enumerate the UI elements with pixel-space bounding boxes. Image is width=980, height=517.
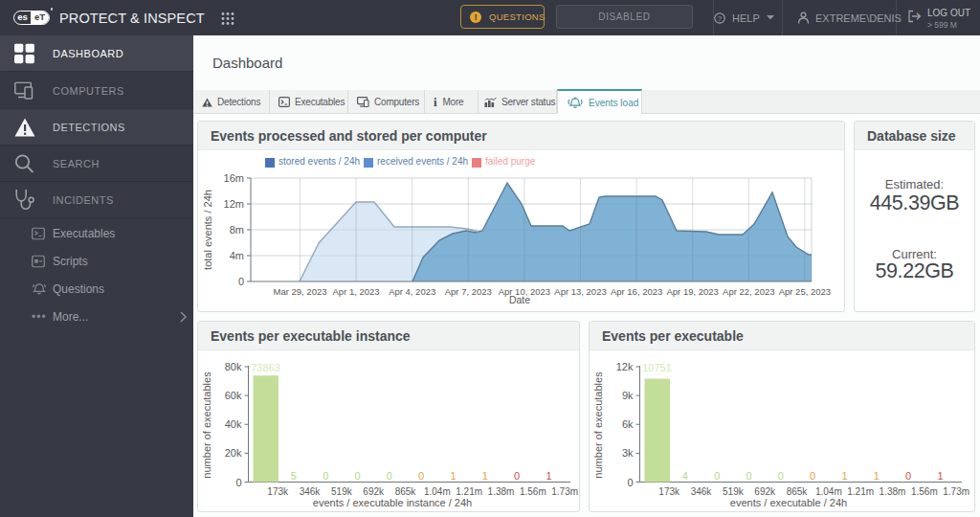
svg-text:1: 1 <box>546 470 551 482</box>
svg-text:1: 1 <box>937 470 943 482</box>
svg-text:5: 5 <box>291 470 297 482</box>
svg-text:Apr 13, 2023: Apr 13, 2023 <box>554 286 606 297</box>
svg-text:Apr 16, 2023: Apr 16, 2023 <box>611 286 662 297</box>
svg-text:1.38m: 1.38m <box>880 486 906 497</box>
svg-text:519k: 519k <box>331 486 353 497</box>
svg-text:8m: 8m <box>230 224 244 236</box>
svg-text:10751: 10751 <box>642 362 672 373</box>
svg-text:173k: 173k <box>658 486 680 497</box>
svg-text:Apr 4, 2023: Apr 4, 2023 <box>389 286 435 297</box>
svg-text:Apr 7, 2023: Apr 7, 2023 <box>445 286 492 297</box>
svg-text:16m: 16m <box>224 172 244 184</box>
svg-text:60k: 60k <box>225 390 242 401</box>
svg-text:80k: 80k <box>225 361 242 372</box>
svg-text:73863: 73863 <box>251 362 280 373</box>
svg-text:865k: 865k <box>787 486 809 497</box>
svg-text:0: 0 <box>627 477 633 488</box>
svg-text:4: 4 <box>682 470 688 482</box>
svg-text:1.56m: 1.56m <box>911 486 938 497</box>
svg-text:1.38m: 1.38m <box>488 486 515 497</box>
svg-text:1: 1 <box>450 470 456 482</box>
svg-text:?: ? <box>718 13 723 22</box>
svg-text:0: 0 <box>235 477 241 488</box>
svg-text:12m: 12m <box>224 198 244 210</box>
svg-text:0: 0 <box>514 470 520 482</box>
svg-text:1.56m: 1.56m <box>520 486 546 497</box>
svg-text:number of executables: number of executables <box>592 371 604 479</box>
svg-text:0: 0 <box>238 276 244 287</box>
svg-text:0: 0 <box>746 470 751 482</box>
svg-text:1.21m: 1.21m <box>456 486 482 497</box>
svg-text:0: 0 <box>810 470 815 482</box>
svg-text:6k: 6k <box>622 418 634 430</box>
svg-text:0: 0 <box>905 470 911 482</box>
svg-text:346k: 346k <box>691 486 713 497</box>
svg-text:0: 0 <box>387 470 392 482</box>
svg-text:20k: 20k <box>225 447 242 459</box>
svg-text:40k: 40k <box>225 418 242 430</box>
svg-text:Apr 22, 2023: Apr 22, 2023 <box>723 286 774 297</box>
svg-text:519k: 519k <box>723 486 745 497</box>
svg-text:events / executable / 24h: events / executable / 24h <box>730 497 847 508</box>
svg-text:events / executable instance /: events / executable instance / 24h <box>313 497 472 508</box>
svg-text:1.21m: 1.21m <box>847 486 874 497</box>
svg-text:0: 0 <box>418 470 424 482</box>
svg-text:Apr 19, 2023: Apr 19, 2023 <box>666 286 718 297</box>
svg-text:692k: 692k <box>754 486 776 497</box>
svg-text:0: 0 <box>323 470 328 482</box>
svg-text:12k: 12k <box>616 361 634 372</box>
svg-text:Apr 1, 2023: Apr 1, 2023 <box>333 286 380 297</box>
svg-text:692k: 692k <box>363 486 385 497</box>
svg-text:9k: 9k <box>622 390 634 401</box>
svg-text:865k: 865k <box>395 486 417 497</box>
svg-text:1: 1 <box>874 470 880 482</box>
svg-text:Apr 25, 2023: Apr 25, 2023 <box>779 286 831 297</box>
svg-text:0: 0 <box>778 470 784 482</box>
svg-text:1.04m: 1.04m <box>424 486 451 497</box>
svg-text:173k: 173k <box>267 486 289 497</box>
svg-text:Date: Date <box>509 294 530 305</box>
svg-text:1.73m: 1.73m <box>551 486 578 497</box>
svg-text:total events / 24h: total events / 24h <box>202 190 213 270</box>
svg-text:number of executables: number of executables <box>201 371 212 479</box>
svg-text:3k: 3k <box>622 447 634 459</box>
svg-text:0: 0 <box>714 470 720 482</box>
svg-text:0: 0 <box>354 470 360 482</box>
svg-text:1: 1 <box>841 470 847 482</box>
svg-text:1.04m: 1.04m <box>815 486 842 497</box>
svg-text:1.73m: 1.73m <box>943 486 969 497</box>
svg-text:1: 1 <box>482 470 488 482</box>
svg-text:Mar 29, 2023: Mar 29, 2023 <box>274 286 327 297</box>
svg-text:4m: 4m <box>230 250 244 261</box>
svg-text:346k: 346k <box>300 486 322 497</box>
